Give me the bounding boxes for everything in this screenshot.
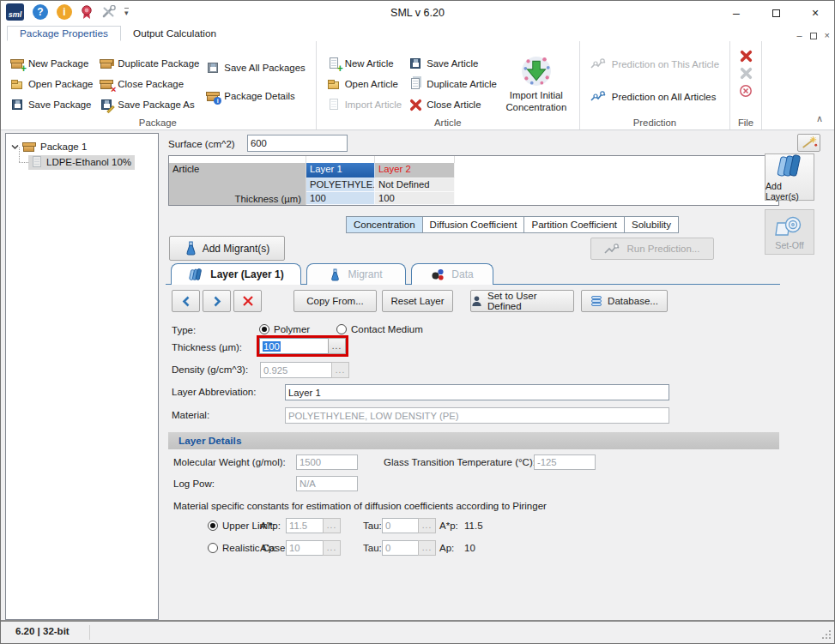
file-close-red-icon[interactable] xyxy=(740,50,753,63)
file-cancel-icon[interactable] xyxy=(739,84,753,98)
add-layers-button[interactable]: Add Layer(s) xyxy=(765,153,814,201)
database-button[interactable]: Database... xyxy=(581,290,668,312)
copy-from-button[interactable]: Copy From... xyxy=(293,290,377,312)
layer1-header-cell[interactable]: Layer 1 xyxy=(306,163,375,178)
upper-limit-radio[interactable] xyxy=(208,521,218,531)
window-title: SML v 6.20 xyxy=(390,7,445,19)
add-migrants-button[interactable]: Add Migrant(s) xyxy=(169,236,285,261)
package-details-button[interactable]: i Package Details xyxy=(203,86,308,106)
floppy-icon xyxy=(10,98,24,111)
app-logo-icon[interactable]: sml xyxy=(6,3,24,21)
realistic-result-label: Ap: xyxy=(439,543,454,553)
layer1-material-cell[interactable]: POLYETHYLE... xyxy=(306,178,375,192)
tools-icon[interactable] xyxy=(101,5,116,19)
tab-partition-coefficient[interactable]: Partition Coefficient xyxy=(523,216,625,233)
wand-button[interactable] xyxy=(797,134,820,152)
set-off-button[interactable]: Set-Off xyxy=(765,209,814,255)
file-close-disabled-icon[interactable] xyxy=(740,67,753,80)
reset-layer-button[interactable]: Reset Layer xyxy=(382,290,453,312)
tree-expander-icon[interactable] xyxy=(11,144,19,150)
density-browse-button[interactable]: ... xyxy=(331,362,349,378)
certificate-icon[interactable] xyxy=(81,5,93,20)
ribbon-collapse-button[interactable]: ∧ xyxy=(816,113,823,124)
next-layer-button[interactable] xyxy=(203,290,231,312)
save-package-as-button[interactable]: Save Package As xyxy=(96,94,203,115)
tab-layer[interactable]: Layer (Layer 1) xyxy=(171,263,301,285)
tree-item-article[interactable]: LDPE-Ethanol 10% xyxy=(28,154,135,170)
glass-transition-input[interactable]: -125 xyxy=(534,454,596,470)
info-icon[interactable]: i xyxy=(57,4,72,20)
layer2-header-cell[interactable]: Layer 2 xyxy=(375,163,455,178)
new-article-icon: + xyxy=(327,57,341,70)
mdi-close-button[interactable]: × xyxy=(825,30,830,40)
delete-layer-button[interactable] xyxy=(233,290,262,312)
maximize-button[interactable] xyxy=(756,0,796,26)
import-article-button[interactable]: Import Article xyxy=(324,94,405,115)
type-label: Type: xyxy=(172,325,196,335)
tab-data[interactable]: Data xyxy=(411,263,493,285)
set-to-user-defined-button[interactable]: Set to User Defined xyxy=(470,290,574,312)
chevron-right-icon xyxy=(213,296,221,307)
upper-coef-browse-button[interactable]: ... xyxy=(323,518,341,533)
duplicate-package-button[interactable]: Duplicate Package xyxy=(96,53,203,74)
save-all-packages-button[interactable]: Save All Packages xyxy=(203,57,308,78)
tree-item-package[interactable]: Package 1 xyxy=(11,139,87,154)
thickness-input[interactable]: 100 xyxy=(259,338,329,354)
prediction-this-article-button[interactable]: Prediction on This Article xyxy=(587,54,723,75)
realistic-tau-input[interactable]: 0 xyxy=(382,540,419,556)
previous-layer-button[interactable] xyxy=(172,290,200,312)
layer1-thickness-cell[interactable]: 100 xyxy=(306,192,375,205)
import-initial-concentration-button[interactable]: Import Initial Concentration xyxy=(500,53,572,116)
close-article-button[interactable]: Close Article xyxy=(405,94,500,115)
prediction-all-articles-button[interactable]: Prediction on All Articles xyxy=(587,87,723,107)
polymer-radio[interactable]: Polymer xyxy=(259,324,310,334)
save-package-button[interactable]: Save Package xyxy=(7,94,96,115)
close-button[interactable]: × xyxy=(796,0,835,26)
molecular-weight-input[interactable]: 1500 xyxy=(296,454,358,470)
layer2-thickness-cell[interactable]: 100 xyxy=(375,192,455,205)
realistic-coef-input[interactable]: 10 xyxy=(286,540,324,556)
tab-package-properties[interactable]: Package Properties xyxy=(7,26,121,41)
log-pow-input[interactable]: N/A xyxy=(296,476,358,491)
tab-solubility[interactable]: Solubility xyxy=(624,216,679,233)
close-package-button[interactable]: × Close Package xyxy=(96,74,203,94)
material-input[interactable]: POLYETHYLENE, LOW DENSITY (PE) xyxy=(285,407,669,424)
upper-coef-input[interactable]: 11.5 xyxy=(286,518,324,533)
coefficient-tab-strip: Concentration Diffusion Coefficient Part… xyxy=(346,216,679,233)
layer-details-header: Layer Details xyxy=(168,432,779,449)
upper-tau-input[interactable]: 0 xyxy=(382,518,419,533)
thickness-browse-button[interactable]: ... xyxy=(328,338,346,354)
article-layers-table[interactable]: Article Thickness (µm) Layer 1 Layer 2 P… xyxy=(168,155,779,206)
minimize-button[interactable]: – xyxy=(717,0,756,26)
tab-concentration[interactable]: Concentration xyxy=(346,216,423,233)
new-package-button[interactable]: + New Package xyxy=(7,53,96,74)
mdi-minimize-button[interactable]: – xyxy=(796,30,802,40)
chevron-left-icon xyxy=(182,296,191,307)
realistic-coef-browse-button[interactable]: ... xyxy=(323,540,341,556)
tab-migrant[interactable]: Migrant xyxy=(306,263,406,285)
resize-grip[interactable] xyxy=(829,637,831,639)
density-label: Density (g/cm^3): xyxy=(172,364,248,375)
run-prediction-button[interactable]: Run Prediction... xyxy=(590,238,714,260)
duplicate-article-button[interactable]: Duplicate Article xyxy=(405,74,500,94)
surface-input[interactable]: 600 xyxy=(247,135,348,152)
open-package-button[interactable]: Open Package xyxy=(7,74,96,94)
realistic-result-value: 10 xyxy=(464,543,475,553)
open-article-button[interactable]: Open Article xyxy=(324,74,405,94)
layer2-material-cell[interactable]: Not Defined xyxy=(375,178,455,192)
tab-diffusion-coefficient[interactable]: Diffusion Coefficient xyxy=(422,216,525,233)
contact-medium-radio[interactable]: Contact Medium xyxy=(336,324,423,334)
realistic-case-radio[interactable] xyxy=(208,543,218,553)
new-article-button[interactable]: + New Article xyxy=(324,53,405,74)
tab-output-calculation[interactable]: Output Calculation xyxy=(121,26,228,41)
realistic-tau-browse-button[interactable]: ... xyxy=(418,540,436,556)
qat-dropdown-icon[interactable]: ▾ xyxy=(124,8,129,16)
upper-tau-browse-button[interactable]: ... xyxy=(418,518,436,533)
mdi-restore-button[interactable] xyxy=(810,33,817,39)
glass-transition-label: Glass Transition Temperature (°C): xyxy=(384,457,535,467)
layer-abbreviation-input[interactable]: Layer 1 xyxy=(285,384,669,400)
help-icon[interactable]: ? xyxy=(33,4,48,20)
ribbon: + New Package Open Package Save Package … xyxy=(0,41,835,130)
density-input[interactable]: 0.925 xyxy=(260,362,332,378)
save-article-button[interactable]: Save Article xyxy=(405,53,500,74)
